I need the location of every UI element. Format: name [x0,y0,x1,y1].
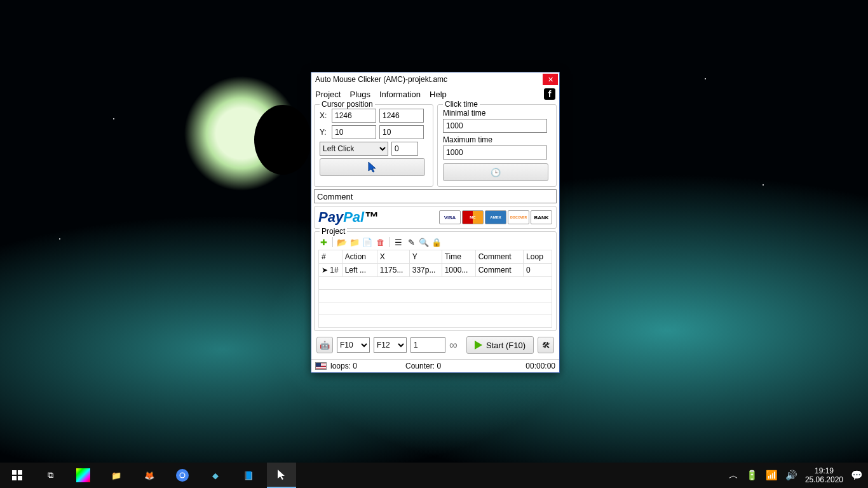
discover-card-icon: DISCOVER [508,210,529,224]
language-flag-icon[interactable] [315,362,327,370]
battery-icon[interactable]: 🔋 [746,470,758,481]
mastercard-icon: MC [462,210,484,224]
svg-rect-0 [12,470,17,475]
svg-rect-2 [12,476,17,480]
window-title: Auto Mouse Clicker (AMC)-projekt.amc [315,75,543,84]
cell-y: 337p... [409,264,442,277]
start-menu-button[interactable] [3,463,32,488]
col-loop[interactable]: Loop [524,250,552,264]
chrome-icon [175,468,189,482]
svg-point-6 [180,473,185,478]
action-center-icon[interactable]: 💬 [851,470,863,481]
search-icon[interactable]: 🔍 [419,237,429,247]
click-time-group: Click time Minimal time Maximum time 🕒 [437,104,557,187]
cell-comment: Comment [475,264,523,277]
volume-icon[interactable]: 🔊 [785,470,797,481]
delete-icon[interactable]: 🗑 [375,237,385,247]
settings-button[interactable]: 🛠 [538,337,554,353]
clock-icon: 🕒 [491,168,501,177]
star [763,184,764,186]
cursor-arrow-icon [276,469,287,480]
separator [389,237,390,247]
project-toolbar: ✚ 📂 📁 📄 🗑 ☰ ✎ 🔍 🔒 [318,236,552,250]
svg-rect-1 [18,470,22,475]
list-icon[interactable]: ☰ [393,237,403,247]
close-button[interactable]: ✕ [543,74,558,85]
taskbar-app-diamond[interactable]: ◆ [201,463,230,488]
cursor-position-legend: Cursor position [320,100,375,109]
visa-card-icon: VISA [439,210,461,224]
menu-information[interactable]: Information [379,90,421,99]
play-icon [475,341,482,349]
taskbar-time: 19:19 [805,466,843,475]
robot-icon-button[interactable]: 🤖 [316,337,333,353]
add-icon[interactable]: ✚ [318,237,329,247]
taskbar-file-explorer[interactable]: 📁 [102,463,131,488]
taskbar: ⧉ 📁 🦊 ◆ 📘 ︿ 🔋 📶 🔊 19:19 25.06.2020 💬 [0,463,868,488]
y2-input[interactable] [379,125,424,139]
save-folder-icon[interactable]: 📁 [349,237,360,247]
titlebar[interactable]: Auto Mouse Clicker (AMC)-projekt.amc ✕ [311,72,559,86]
cell-time: 1000... [442,264,475,277]
paypal-logo: PayPal™ [318,209,378,226]
app-window: Auto Mouse Clicker (AMC)-projekt.amc ✕ P… [311,72,560,373]
menu-plugs[interactable]: Plugs [349,90,370,99]
col-comment[interactable]: Comment [475,250,523,264]
taskbar-firefox[interactable]: 🦊 [135,463,164,488]
note-icon: 📘 [243,471,254,480]
pick-cursor-button[interactable] [320,158,425,176]
row-cursor-icon: ➤ [322,266,328,274]
wallpaper-moon [254,105,311,175]
firefox-icon: 🦊 [144,471,154,480]
table-row[interactable]: ➤ 1# Left ... 1175... 337p... 1000... Co… [319,264,552,277]
infinity-icon[interactable]: ∞ [449,339,458,352]
menu-help[interactable]: Help [430,90,447,99]
x1-input[interactable] [332,109,376,123]
table-row [319,290,552,302]
taskbar-date: 25.06.2020 [805,475,843,484]
star [113,118,114,119]
cursor-arrow-icon [367,161,377,173]
menu-project[interactable]: Project [315,90,341,99]
svg-rect-3 [18,476,22,480]
maximum-time-input[interactable] [443,146,547,159]
click-delay-input[interactable] [391,142,418,156]
taskbar-app-rainbow[interactable] [69,463,98,488]
col-y[interactable]: Y [409,250,442,264]
star [705,78,706,79]
new-file-icon[interactable]: 📄 [362,237,372,247]
tray-chevron-icon[interactable]: ︿ [729,470,738,482]
click-type-select[interactable]: Left Click [320,142,388,156]
wifi-icon[interactable]: 📶 [766,470,778,481]
taskbar-clock[interactable]: 19:19 25.06.2020 [805,466,843,485]
bank-card-icon: BANK [531,210,552,224]
start-hotkey-select[interactable]: F10 [337,337,370,353]
stop-hotkey-select[interactable]: F12 [374,337,407,353]
facebook-icon[interactable]: f [544,88,555,100]
open-folder-icon[interactable]: 📂 [337,237,347,247]
project-group: Project ✚ 📂 📁 📄 🗑 ☰ ✎ 🔍 🔒 # Action [314,231,557,331]
col-action[interactable]: Action [342,250,377,264]
task-view-button[interactable]: ⧉ [36,463,65,488]
taskbar-amc-app[interactable] [267,463,296,488]
minimal-time-input[interactable] [443,119,547,133]
edit-icon[interactable]: ✎ [406,237,416,247]
col-num[interactable]: # [319,250,342,264]
cell-loop: 0 [524,264,552,277]
start-button[interactable]: Start (F10) [466,336,534,354]
y1-input[interactable] [332,125,376,139]
taskbar-chrome[interactable] [168,463,197,488]
taskbar-app-notes[interactable]: 📘 [234,463,263,488]
click-time-legend: Click time [443,100,480,109]
maximum-time-label: Maximum time [443,135,551,144]
x-label: X: [320,111,329,120]
x2-input[interactable] [379,109,424,123]
loop-count-input[interactable] [410,337,445,353]
col-x[interactable]: X [377,250,409,264]
col-time[interactable]: Time [442,250,475,264]
paypal-panel[interactable]: PayPal™ VISA MC AMEX DISCOVER BANK [314,206,557,229]
lock-icon[interactable]: 🔒 [431,237,442,247]
comment-input[interactable] [314,189,557,203]
cell-num: ➤ 1# [319,264,342,277]
time-button[interactable]: 🕒 [443,163,548,181]
